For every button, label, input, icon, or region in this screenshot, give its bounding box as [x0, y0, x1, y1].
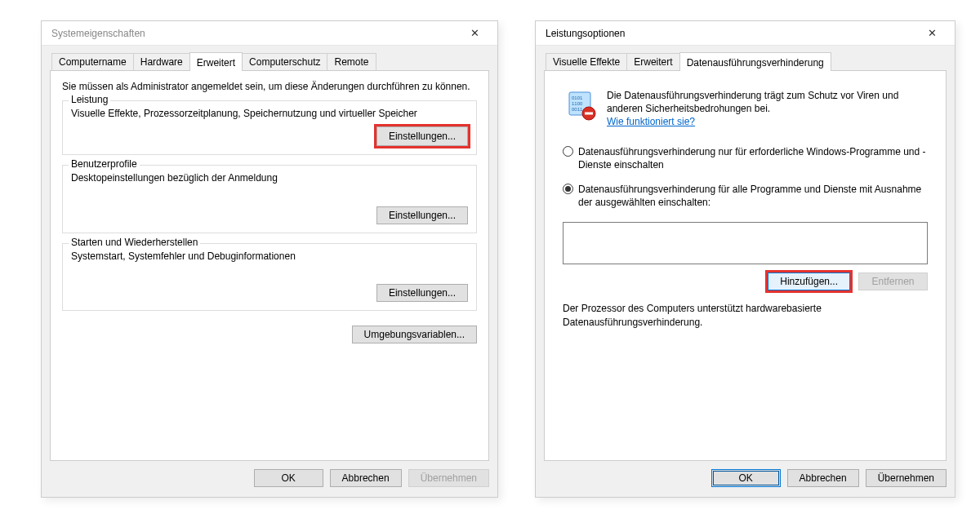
add-button[interactable]: Hinzufügen...: [768, 273, 850, 290]
tab-visual-effects[interactable]: Visuelle Effekte: [546, 53, 627, 70]
group-profiles-legend: Benutzerprofile: [69, 158, 140, 170]
remove-button[interactable]: Entfernen: [858, 273, 928, 290]
tab-row: Computername Hardware Erweitert Computer…: [50, 52, 489, 70]
group-profiles: Benutzerprofile Desktopeinstellungen bez…: [62, 165, 477, 233]
dep-status-note: Der Prozessor des Computers unterstützt …: [563, 302, 928, 328]
titlebar[interactable]: Systemeigenschaften ✕: [42, 21, 497, 46]
performance-settings-button[interactable]: Einstellungen...: [376, 126, 468, 146]
close-button[interactable]: ✕: [915, 22, 948, 45]
env-variables-button[interactable]: Umgebungsvariablen...: [352, 326, 477, 343]
tab-hardware[interactable]: Hardware: [133, 53, 190, 70]
tab-erweitert[interactable]: Erweitert: [189, 52, 243, 71]
dep-how-link[interactable]: Wie funktioniert sie?: [607, 116, 695, 127]
close-icon: ✕: [470, 27, 479, 39]
group-performance-desc: Visuelle Effekte, Prozessorzeitplanung, …: [71, 108, 468, 121]
tab-panel-advanced: Sie müssen als Administrator angemeldet …: [50, 70, 489, 461]
radio-label: Datenausführungsverhinderung für alle Pr…: [578, 183, 934, 209]
tab-dep[interactable]: Datenausführungsverhinderung: [679, 52, 831, 71]
dialog-button-row: OK Abbrechen Übernehmen: [544, 461, 947, 487]
group-profiles-desc: Desktopeinstellungen bezüglich der Anmel…: [71, 172, 468, 185]
dep-intro-text: Die Datenausführungsverhinderung trägt z…: [607, 89, 934, 129]
group-performance: Leistung Visuelle Effekte, Prozessorzeit…: [62, 100, 477, 156]
ok-button[interactable]: OK: [254, 469, 323, 487]
performance-options-dialog: Leistungsoptionen ✕ Visuelle Effekte Erw…: [535, 20, 956, 498]
tab-panel-dep: 0101 1100 0011 Die Datenausführungsverhi…: [544, 70, 947, 461]
group-startup: Starten und Wiederherstellen Systemstart…: [62, 243, 477, 312]
close-button[interactable]: ✕: [458, 22, 491, 45]
radio-label: Datenausführungsverhinderung nur für erf…: [578, 145, 934, 171]
titlebar[interactable]: Leistungsoptionen ✕: [536, 21, 955, 46]
svg-text:0011: 0011: [572, 107, 583, 112]
admin-note: Sie müssen als Administrator angemeldet …: [62, 81, 477, 94]
startup-settings-button[interactable]: Einstellungen...: [376, 284, 468, 302]
tab-computerschutz[interactable]: Computerschutz: [242, 53, 327, 70]
tab-row: Visuelle Effekte Erweitert Datenausführu…: [544, 52, 947, 70]
ok-button[interactable]: OK: [711, 469, 781, 487]
apply-button[interactable]: Übernehmen: [408, 469, 489, 487]
group-startup-desc: Systemstart, Systemfehler und Debuginfor…: [71, 250, 468, 264]
dialog-title: Leistungsoptionen: [546, 28, 915, 39]
close-icon: ✕: [928, 27, 937, 39]
group-startup-legend: Starten und Wiederherstellen: [69, 237, 200, 248]
apply-button[interactable]: Übernehmen: [866, 469, 947, 487]
tab-remote[interactable]: Remote: [327, 53, 376, 70]
system-properties-dialog: Systemeigenschaften ✕ Computername Hardw…: [41, 20, 498, 498]
tab-advanced[interactable]: Erweitert: [626, 53, 679, 70]
dep-add-remove-row: Hinzufügen... Entfernen: [563, 273, 928, 290]
cancel-button[interactable]: Abbrechen: [330, 469, 402, 487]
dep-radio-essential[interactable]: Datenausführungsverhinderung nur für erf…: [563, 145, 934, 171]
profiles-settings-button[interactable]: Einstellungen...: [376, 206, 468, 224]
tab-computername[interactable]: Computername: [51, 53, 134, 70]
dialog-body: Computername Hardware Erweitert Computer…: [42, 46, 497, 497]
dep-exception-list[interactable]: [563, 222, 928, 264]
radio-icon[interactable]: [563, 146, 573, 157]
dep-shield-icon: 0101 1100 0011: [564, 89, 597, 122]
group-performance-legend: Leistung: [69, 94, 110, 105]
svg-rect-5: [585, 113, 593, 115]
dialog-body: Visuelle Effekte Erweitert Datenausführu…: [536, 46, 955, 497]
dialog-title: Systemeigenschaften: [51, 28, 458, 39]
dep-intro-body: Die Datenausführungsverhinderung trägt z…: [607, 90, 898, 114]
dep-intro-row: 0101 1100 0011 Die Datenausführungsverhi…: [556, 89, 934, 129]
dialog-button-row: OK Abbrechen Übernehmen: [50, 461, 489, 487]
radio-icon[interactable]: [563, 184, 573, 194]
cancel-button[interactable]: Abbrechen: [787, 469, 859, 487]
svg-text:0101: 0101: [572, 95, 583, 100]
dep-radio-all[interactable]: Datenausführungsverhinderung für alle Pr…: [563, 183, 934, 209]
svg-text:1100: 1100: [572, 101, 583, 106]
